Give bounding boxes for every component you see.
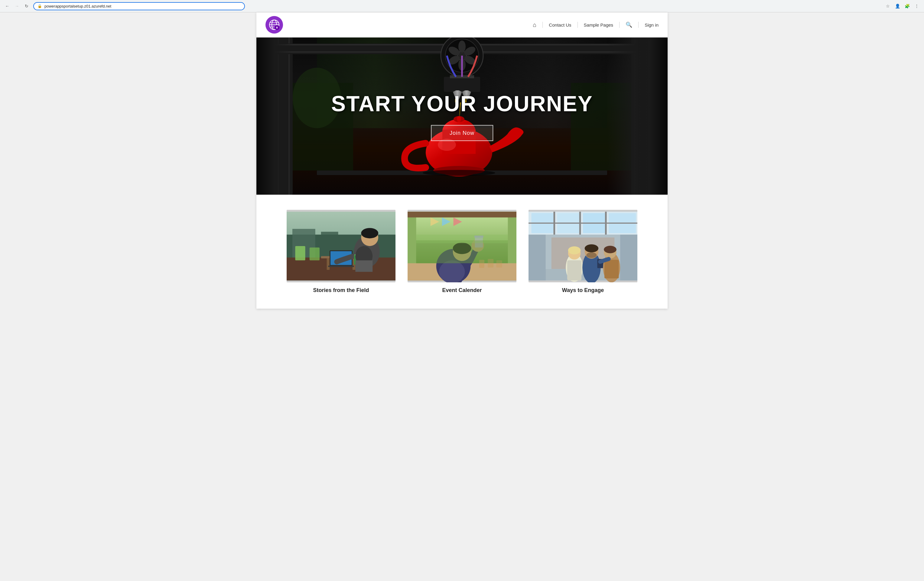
- events-image-svg: [408, 210, 516, 282]
- stories-image-svg: [287, 210, 396, 282]
- address-bar-wrapper: 🔒: [33, 2, 245, 10]
- card-title-events: Event Calender: [442, 287, 482, 294]
- nav-divider-3: [619, 22, 620, 28]
- card-image-stories: [287, 210, 396, 282]
- svg-rect-7: [277, 28, 277, 29]
- svg-rect-100: [528, 234, 546, 281]
- svg-point-43: [423, 170, 495, 176]
- svg-rect-63: [310, 248, 320, 261]
- svg-rect-88: [416, 234, 508, 243]
- address-bar[interactable]: [45, 4, 241, 8]
- bookmark-button[interactable]: ☆: [883, 2, 892, 10]
- sign-in-link[interactable]: Sign in: [645, 22, 658, 28]
- contact-us-link[interactable]: Contact Us: [549, 22, 571, 28]
- svg-rect-67: [355, 260, 373, 272]
- hero-title: START YOUR JOURNEY: [331, 91, 592, 116]
- site-logo[interactable]: [266, 16, 283, 33]
- svg-point-106: [568, 246, 581, 254]
- svg-rect-62: [295, 246, 305, 260]
- card-stories: Stories from the Field: [287, 210, 396, 294]
- svg-point-22: [459, 41, 465, 53]
- svg-point-83: [439, 260, 465, 282]
- forward-button[interactable]: →: [13, 2, 21, 10]
- svg-rect-87: [416, 240, 508, 263]
- hero-content: START YOUR JOURNEY Join Now: [331, 91, 592, 141]
- extensions-button[interactable]: 🧩: [903, 2, 911, 10]
- engage-image-svg: [528, 210, 637, 282]
- lock-icon: 🔒: [38, 4, 42, 8]
- refresh-button[interactable]: ↻: [22, 2, 31, 10]
- cards-section: Stories from the Field: [256, 195, 668, 309]
- card-engage: Ways to Engage: [528, 210, 637, 294]
- card-image-events: [408, 210, 516, 282]
- join-now-button[interactable]: Join Now: [431, 125, 493, 141]
- logo-circle: [266, 16, 283, 33]
- svg-rect-107: [567, 260, 581, 280]
- svg-point-115: [604, 246, 617, 253]
- globe-icon: [269, 19, 280, 31]
- back-button[interactable]: ←: [3, 2, 12, 10]
- browser-chrome: ← → ↻ 🔒 ☆ 👤 🧩 ⋮: [0, 0, 924, 12]
- nav-divider-4: [638, 22, 639, 28]
- home-icon[interactable]: ⌂: [533, 21, 536, 28]
- svg-point-61: [361, 228, 378, 238]
- card-title-engage: Ways to Engage: [562, 287, 604, 294]
- hero-section: START YOUR JOURNEY Join Now: [256, 38, 668, 195]
- browser-actions: ☆ 👤 🧩 ⋮: [883, 2, 921, 10]
- site-nav: ⌂ Contact Us Sample Pages 🔍 Sign in: [533, 21, 658, 28]
- card-image-engage: [528, 210, 637, 282]
- site-header: ⌂ Contact Us Sample Pages 🔍 Sign in: [256, 12, 668, 38]
- nav-divider-2: [578, 22, 578, 28]
- svg-rect-71: [408, 211, 516, 217]
- svg-point-111: [586, 253, 597, 258]
- card-title-stories: Stories from the Field: [313, 287, 369, 294]
- card-events: Event Calender: [408, 210, 516, 294]
- svg-rect-28: [444, 77, 480, 92]
- browser-toolbar: ← → ↻ 🔒 ☆ 👤 🧩 ⋮: [0, 0, 924, 12]
- sample-pages-link[interactable]: Sample Pages: [584, 22, 614, 28]
- search-icon[interactable]: 🔍: [625, 21, 632, 28]
- nav-buttons: ← → ↻: [3, 2, 31, 10]
- svg-rect-116: [604, 260, 619, 278]
- profile-button[interactable]: 👤: [893, 2, 902, 10]
- more-button[interactable]: ⋮: [912, 2, 921, 10]
- website-wrapper: ⌂ Contact Us Sample Pages 🔍 Sign in: [256, 12, 668, 309]
- svg-point-110: [585, 244, 598, 253]
- svg-rect-101: [620, 234, 637, 281]
- svg-rect-53: [327, 259, 330, 270]
- svg-rect-58: [328, 266, 354, 267]
